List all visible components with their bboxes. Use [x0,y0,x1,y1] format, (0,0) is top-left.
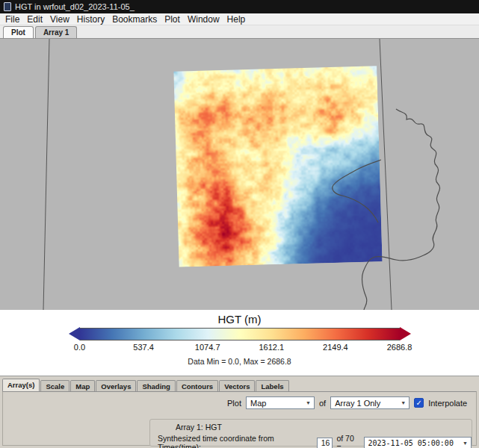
app-window: { "window": { "title": "HGT in wrfout_d0… [0,0,479,448]
data-minmax-label: Data Min = 0.0, Max = 2686.8 [0,357,479,366]
of-label: of [319,399,326,408]
plot-type-select[interactable]: Map ▼ [246,396,315,409]
time-select[interactable]: 2023-11-05 05:00:00 ▼ [364,437,472,448]
menu-bookmarks[interactable]: Bookmarks [108,14,161,25]
window-icon [4,2,11,11]
graticule-line-left [43,39,49,310]
tab-map[interactable]: Map [70,380,95,392]
tab-scale[interactable]: Scale [40,380,69,392]
chevron-down-icon: ▼ [306,400,311,405]
tick-label-5: 2686.8 [387,343,412,352]
menu-history[interactable]: History [73,14,108,25]
tab-shading[interactable]: Shading [137,380,175,392]
window-title: HGT in wrfout_d02_2023-11-05_ [15,2,135,11]
colorbar-gradient [80,328,400,340]
array-scope-select[interactable]: Array 1 Only ▼ [330,396,410,409]
colorbar [69,327,411,340]
menu-window[interactable]: Window [184,14,223,25]
menu-view[interactable]: View [46,14,73,25]
legend-area: HGT (m) 0.0 537.4 1074.7 1612.1 2149.4 2… [0,310,479,376]
array-info-label: Array 1: HGT [176,423,472,432]
tab-arrays[interactable]: Array(s) [2,379,40,392]
legend-title: HGT (m) [0,313,479,326]
tick-label-2: 1074.7 [195,343,220,352]
plot-controls-row: Plot Map ▼ of Array 1 Only ▼ ✓ Interpola… [227,396,467,409]
tab-overlays[interactable]: Overlays [96,380,136,392]
arrays-tab-panel: Plot Map ▼ of Array 1 Only ▼ ✓ Interpola… [2,391,477,446]
tab-labels[interactable]: Labels [256,380,288,392]
bottom-panel: Array(s) Scale Map Overlays Shading Cont… [0,376,479,448]
plot-label: Plot [227,399,241,408]
top-tab-bar: Plot Array 1 [0,25,479,39]
interpolate-checkbox[interactable]: ✓ [414,398,424,408]
array-scope-value: Array 1 Only [335,399,380,408]
interpolate-label: Interpolate [428,399,467,408]
menu-bar: File Edit View History Bookmarks Plot Wi… [0,13,479,25]
colorbar-right-arrow [400,327,411,340]
tick-label-3: 1612.1 [259,343,284,352]
menu-plot[interactable]: Plot [161,14,184,25]
title-bar: HGT in wrfout_d02_2023-11-05_ [0,0,479,13]
time-of-label: of 70 = [336,434,359,448]
heatmap-canvas [173,66,382,267]
colorbar-left-arrow [69,327,80,340]
plot-type-value: Map [250,399,266,408]
menu-help[interactable]: Help [223,14,250,25]
menu-edit[interactable]: Edit [23,14,46,25]
chevron-down-icon: ▼ [463,441,468,446]
tab-contours[interactable]: Contours [176,380,218,392]
time-controls-row: Synthesized time coordinate from Times(t… [158,434,472,448]
array-info-group: Array 1: HGT Synthesized time coordinate… [149,419,472,447]
map-plot-area [0,39,479,310]
tick-label-4: 2149.4 [323,343,348,352]
time-index-input[interactable]: 16 [317,438,333,448]
menu-file[interactable]: File [1,14,23,25]
tab-plot[interactable]: Plot [3,26,34,38]
bottom-tab-bar: Array(s) Scale Map Overlays Shading Cont… [2,379,289,392]
graticule-line-right [380,39,392,310]
time-value: 2023-11-05 05:00:00 [368,439,454,447]
tab-array-1[interactable]: Array 1 [35,26,77,38]
tick-label-0: 0.0 [74,343,85,352]
tab-vectors[interactable]: Vectors [219,380,255,392]
chevron-down-icon: ▼ [401,400,406,405]
colorbar-ticks: 0.0 537.4 1074.7 1612.1 2149.4 2686.8 [80,343,400,352]
tick-label-1: 537.4 [133,343,154,352]
time-caption-label: Synthesized time coordinate from Times(t… [158,434,313,448]
